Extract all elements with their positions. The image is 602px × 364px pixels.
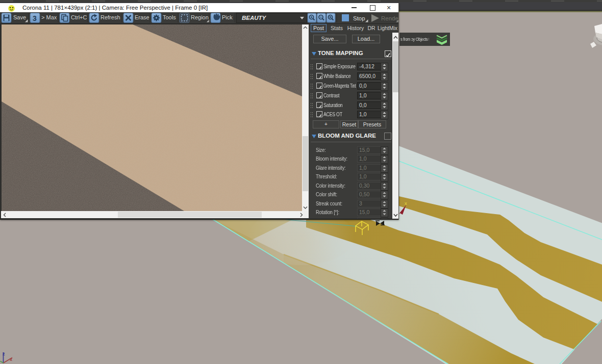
svg-text:Stop: Stop	[353, 15, 365, 21]
svg-text:z: z	[3, 351, 5, 356]
svg-text:3: 3	[33, 14, 37, 22]
svg-text:x: x	[405, 200, 407, 206]
svg-text:BEAUTY: BEAUTY	[242, 15, 267, 21]
svg-text:x: x	[10, 357, 12, 362]
svg-text:Render: Render	[381, 15, 399, 21]
